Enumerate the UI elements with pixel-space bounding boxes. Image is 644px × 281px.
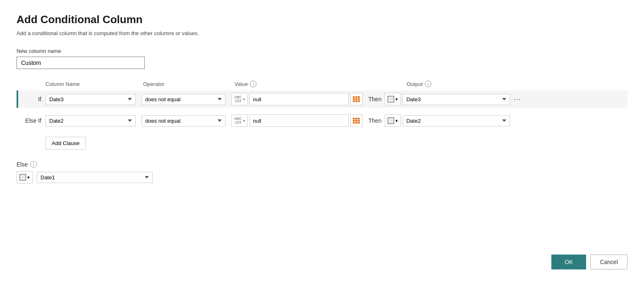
header-column-name: Column Name — [45, 81, 136, 87]
calendar-icon — [353, 96, 360, 102]
if-output-type-button[interactable]: ▾ — [385, 93, 401, 105]
if-more-button[interactable]: ··· — [510, 95, 524, 104]
if-column-name-select[interactable]: Date3 — [45, 94, 136, 105]
elseif-row: Else If Date2 does not equal ABC 123 ▾ T… — [17, 112, 627, 129]
abc-123-icon: ABC 123 — [234, 95, 242, 103]
else-info-icon: i — [30, 161, 37, 168]
ok-button[interactable]: OK — [551, 255, 586, 269]
if-output-select[interactable]: Date3 — [402, 94, 510, 105]
chevron-down-icon-else: ▾ — [27, 175, 30, 180]
elseif-output-type-button[interactable]: ▾ — [385, 114, 401, 127]
elseif-label: Else If — [18, 117, 45, 124]
elseif-value-type-button[interactable]: ABC 123 ▾ — [231, 114, 248, 127]
footer-buttons: OK Cancel — [551, 255, 627, 269]
subtitle: Add a conditional column that is compute… — [17, 30, 627, 36]
chevron-down-icon-output: ▾ — [395, 97, 398, 102]
if-calendar-button[interactable] — [350, 93, 363, 105]
value-info-icon: i — [250, 81, 256, 87]
table-header: Column Name Operator Value i Output i — [45, 81, 627, 90]
else-output-type-button[interactable]: ▾ — [17, 171, 33, 183]
if-then-label: Then — [369, 96, 382, 102]
elseif-operator-select[interactable]: does not equal — [141, 115, 225, 126]
else-label-row: Else i — [17, 161, 627, 168]
output-info-icon: i — [425, 81, 431, 87]
new-column-name-input[interactable] — [17, 57, 145, 69]
elseif-then-label: Then — [369, 117, 382, 124]
if-row: If Date3 does not equal ABC 123 ▾ Then ▾… — [17, 90, 627, 108]
if-label: If — [18, 96, 45, 102]
else-label: Else — [17, 161, 28, 168]
add-clause-button[interactable]: Add Clause — [45, 137, 86, 150]
else-controls: ▾ Date1 — [17, 171, 627, 183]
else-section: Else i ▾ Date1 — [17, 161, 627, 183]
page-title: Add Conditional Column — [17, 13, 627, 26]
grid-icon-2 — [388, 117, 394, 124]
cancel-button[interactable]: Cancel — [590, 255, 627, 269]
if-value-type-button[interactable]: ABC 123 ▾ — [231, 93, 248, 105]
chevron-down-icon-2: ▾ — [243, 119, 245, 123]
grid-icon — [388, 96, 394, 102]
header-output: Output i — [407, 81, 431, 87]
elseif-column-name-select[interactable]: Date2 — [45, 115, 136, 126]
calendar-icon-2 — [353, 118, 360, 124]
elseif-calendar-button[interactable] — [350, 114, 363, 127]
header-operator: Operator — [143, 81, 228, 87]
elseif-value-input[interactable] — [249, 114, 349, 127]
else-output-select[interactable]: Date1 — [37, 172, 153, 183]
if-value-input[interactable] — [249, 93, 349, 105]
elseif-output-select[interactable]: Date2 — [402, 115, 510, 126]
grid-icon-3 — [19, 174, 26, 181]
if-operator-select[interactable]: does not equal — [141, 94, 225, 105]
chevron-down-icon: ▾ — [243, 98, 245, 101]
header-value: Value i — [235, 81, 400, 87]
abc-123-icon-2: ABC 123 — [234, 117, 242, 124]
new-column-label: New column name — [17, 48, 627, 54]
chevron-down-icon-output-2: ▾ — [395, 118, 398, 124]
